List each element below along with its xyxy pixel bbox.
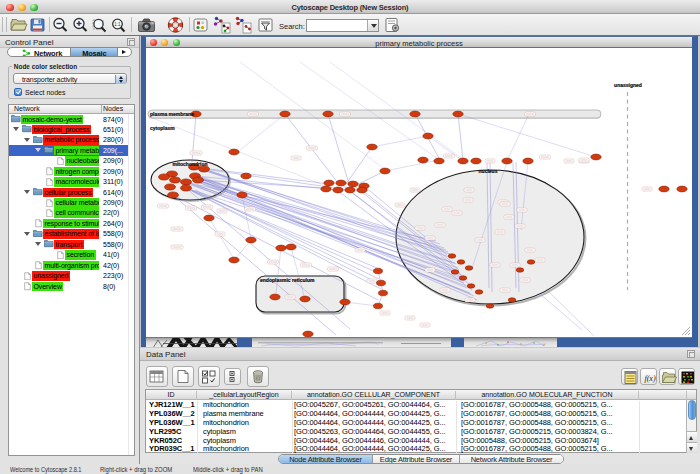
zoom-out-icon[interactable] bbox=[51, 16, 70, 34]
search-settings-icon[interactable] bbox=[383, 16, 402, 34]
graph-node[interactable] bbox=[181, 184, 192, 190]
scroll-down-button[interactable] bbox=[687, 442, 697, 453]
tree-row[interactable]: establishment of locali558(0) bbox=[9, 229, 128, 239]
graph-node[interactable] bbox=[276, 245, 286, 251]
graph-edge[interactable] bbox=[186, 188, 377, 268]
table-row[interactable]: YKR052Ccytoplasm[GO:0044464, GO:0044446,… bbox=[146, 437, 687, 446]
graph-node[interactable] bbox=[508, 297, 516, 301]
graph-node[interactable] bbox=[591, 154, 601, 160]
graph-node[interactable] bbox=[237, 192, 247, 198]
graph-edge[interactable] bbox=[186, 188, 381, 289]
graph-edge[interactable] bbox=[458, 114, 596, 157]
search-dropdown-arrow[interactable] bbox=[367, 20, 378, 31]
help-lifering-icon[interactable] bbox=[166, 16, 185, 34]
graph-node[interactable] bbox=[467, 283, 475, 287]
graph-node[interactable] bbox=[374, 268, 383, 274]
graph-node[interactable] bbox=[451, 269, 459, 273]
graph-node[interactable] bbox=[367, 144, 377, 150]
save-floppy-icon[interactable] bbox=[28, 16, 47, 34]
select-nodes-checkbox[interactable] bbox=[14, 88, 22, 96]
graph-node[interactable] bbox=[324, 180, 334, 186]
tree-row[interactable]: nucleobase-containing209(0) bbox=[9, 156, 128, 166]
control-panel-float-icon[interactable] bbox=[127, 38, 135, 46]
graph-node[interactable] bbox=[471, 158, 481, 164]
graph-edge[interactable] bbox=[385, 160, 439, 171]
graph-node[interactable] bbox=[475, 289, 483, 293]
table-column-header[interactable]: annotation.GO MOLECULAR_FUNCTION bbox=[456, 391, 639, 400]
graph-edge[interactable] bbox=[540, 294, 582, 330]
tree-expander-icon[interactable] bbox=[24, 232, 30, 236]
browser-tab[interactable]: Node Attribute Browser bbox=[279, 455, 373, 464]
heatmap-matrix-button[interactable] bbox=[678, 368, 695, 385]
graph-node[interactable] bbox=[410, 111, 420, 117]
filter-document-icon[interactable] bbox=[256, 16, 275, 34]
table-row[interactable]: YJR121W__1mitochondrion[GO:0045267, GO:0… bbox=[146, 401, 687, 410]
graph-node[interactable] bbox=[486, 303, 494, 307]
tree-expander-icon[interactable] bbox=[24, 138, 30, 142]
graph-node[interactable] bbox=[453, 111, 463, 117]
graph-node[interactable] bbox=[159, 173, 170, 179]
graph-node[interactable] bbox=[229, 257, 239, 263]
graph-node[interactable] bbox=[527, 259, 535, 263]
graph-node[interactable] bbox=[348, 181, 358, 187]
import-attribute-folder-button[interactable] bbox=[659, 368, 676, 385]
tree-row[interactable]: cell communication22(0) bbox=[9, 208, 128, 218]
table-column-header[interactable]: ID bbox=[146, 391, 197, 400]
tree-expander-icon[interactable] bbox=[13, 127, 19, 131]
graph-node[interactable] bbox=[516, 267, 524, 271]
tree-row[interactable]: cellular process614(0) bbox=[9, 187, 128, 197]
tab-network[interactable]: Network bbox=[8, 48, 71, 56]
zoom-actual-icon[interactable]: 1:1 bbox=[109, 16, 128, 34]
tree-row[interactable]: nitrogen compound met209(0) bbox=[9, 166, 128, 176]
graph-node[interactable] bbox=[448, 253, 456, 257]
graph-node[interactable] bbox=[423, 133, 433, 139]
graph-node[interactable] bbox=[502, 158, 512, 164]
graph-node[interactable] bbox=[457, 259, 465, 263]
table-scrollbar[interactable] bbox=[686, 400, 696, 453]
tab-mosaic[interactable]: Mosaic bbox=[71, 48, 118, 56]
tree-row[interactable]: multi-organism proces42(0) bbox=[9, 260, 128, 270]
open-folder-icon[interactable] bbox=[9, 16, 28, 34]
graph-node[interactable] bbox=[321, 186, 331, 192]
tree-row[interactable]: unassigned223(0) bbox=[9, 271, 128, 281]
graph-node[interactable] bbox=[380, 168, 390, 174]
tree-row[interactable]: Overview8(0) bbox=[9, 281, 128, 291]
toolbar-drag-handle[interactable] bbox=[2, 17, 7, 32]
browser-tab[interactable]: Edge Attribute Browser bbox=[373, 455, 460, 464]
scroll-up-button[interactable] bbox=[687, 431, 697, 442]
window-resize-grip[interactable] bbox=[680, 325, 691, 336]
graph-node[interactable] bbox=[168, 191, 179, 197]
new-attribute-button[interactable] bbox=[172, 366, 194, 387]
graph-node[interactable] bbox=[379, 290, 388, 296]
graph-node[interactable] bbox=[323, 111, 333, 117]
search-input[interactable] bbox=[306, 19, 379, 32]
zoom-selected-icon[interactable] bbox=[90, 16, 109, 34]
graph-edge[interactable] bbox=[328, 114, 349, 184]
formula-fx-button[interactable]: f(x) bbox=[640, 368, 657, 385]
tab-overflow-button[interactable] bbox=[118, 48, 131, 56]
zoom-in-icon[interactable] bbox=[71, 16, 90, 34]
graph-node[interactable] bbox=[181, 178, 192, 184]
graph-node[interactable] bbox=[336, 180, 346, 186]
table-row[interactable]: YPL036W__1mitochondrion[GO:0044464, GO:0… bbox=[146, 419, 687, 428]
graph-node[interactable] bbox=[340, 299, 350, 305]
graph-node[interactable] bbox=[659, 186, 669, 192]
graph-edge[interactable] bbox=[372, 136, 428, 147]
graph-edge[interactable] bbox=[240, 114, 285, 150]
network-canvas[interactable]: plasma membranecytoplasmmitochondrionnuc… bbox=[146, 48, 692, 337]
tree-row[interactable]: biological_process651(0) bbox=[9, 124, 128, 134]
graph-node[interactable] bbox=[204, 215, 214, 221]
graph-node[interactable] bbox=[333, 187, 343, 193]
select-attributes-button[interactable] bbox=[198, 366, 220, 387]
graph-node[interactable] bbox=[465, 265, 473, 269]
attribute-table-button[interactable] bbox=[146, 366, 168, 387]
tree-row[interactable]: response to stimulus264(0) bbox=[9, 218, 128, 228]
graph-node[interactable] bbox=[300, 296, 310, 302]
graph-node[interactable] bbox=[199, 165, 210, 171]
node-color-combo[interactable]: transporter activity bbox=[13, 73, 127, 84]
tree-row[interactable]: cellular metabolic proce209(0) bbox=[9, 198, 128, 208]
data-panel-float-icon[interactable] bbox=[687, 350, 695, 358]
graph-node[interactable] bbox=[677, 186, 687, 192]
graph-node[interactable] bbox=[193, 176, 204, 182]
graph-node[interactable] bbox=[165, 183, 176, 189]
